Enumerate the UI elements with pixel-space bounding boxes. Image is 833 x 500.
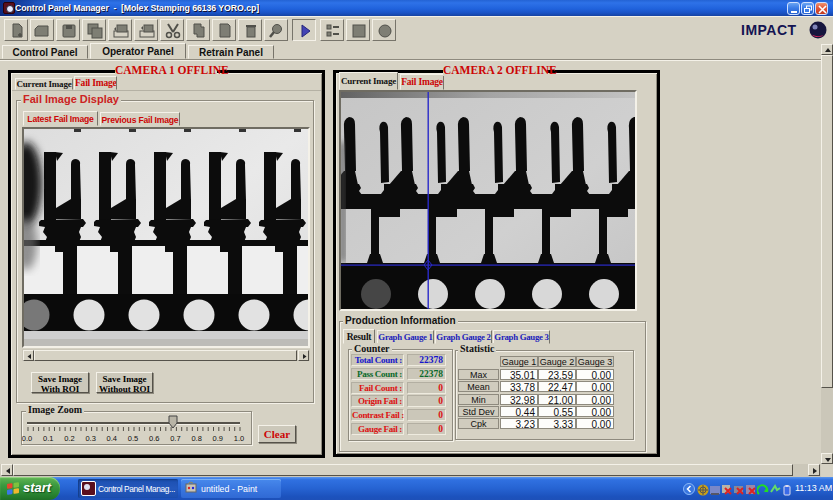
svg-text:0.2: 0.2	[64, 434, 74, 443]
svg-text:0.6: 0.6	[149, 434, 159, 443]
svg-text:0.8: 0.8	[191, 434, 201, 443]
svg-text:0.1: 0.1	[43, 434, 53, 443]
svg-text:0.5: 0.5	[128, 434, 138, 443]
svg-text:0.4: 0.4	[107, 434, 117, 443]
svg-text:0.3: 0.3	[85, 434, 95, 443]
svg-text:0.7: 0.7	[170, 434, 180, 443]
svg-text:0.9: 0.9	[213, 434, 223, 443]
svg-text:0.0: 0.0	[22, 434, 32, 443]
svg-text:1.0: 1.0	[234, 434, 244, 443]
